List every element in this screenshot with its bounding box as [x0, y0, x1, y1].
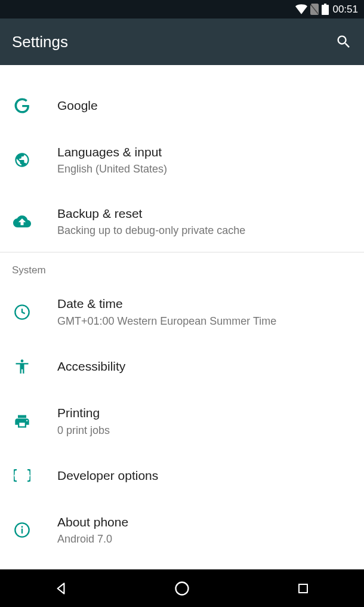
- settings-list: Google Languages & input English (United…: [0, 65, 364, 569]
- app-bar: Settings: [0, 19, 364, 65]
- printing-subtitle: 0 print jobs: [57, 424, 110, 437]
- back-button[interactable]: [53, 580, 69, 597]
- clock-icon: [13, 303, 31, 321]
- braces-icon: { }: [13, 467, 31, 485]
- datetime-title: Date & time: [57, 295, 276, 312]
- section-header-system: System: [0, 252, 364, 281]
- languages-subtitle: English (United States): [57, 162, 167, 176]
- google-title: Google: [57, 97, 98, 114]
- about-subtitle: Android 7.0: [57, 532, 128, 546]
- wifi-icon: [295, 4, 307, 14]
- search-button[interactable]: [335, 33, 352, 50]
- settings-item-backup[interactable]: Backup & reset Backing up to debug-only …: [0, 191, 364, 252]
- status-time: 00:51: [332, 4, 358, 16]
- settings-item-google[interactable]: Google: [0, 82, 364, 130]
- settings-item-about[interactable]: About phone Android 7.0: [0, 500, 364, 561]
- svg-rect-3: [21, 529, 23, 534]
- settings-item-datetime[interactable]: Date & time GMT+01:00 Western European S…: [0, 281, 364, 343]
- languages-title: Languages & input: [57, 144, 167, 161]
- google-icon: [13, 97, 31, 115]
- settings-item-accessibility[interactable]: Accessibility: [0, 343, 364, 390]
- navigation-bar: [0, 569, 364, 607]
- printer-icon: [13, 412, 31, 430]
- page-title: Settings: [12, 33, 68, 51]
- about-title: About phone: [57, 514, 128, 531]
- backup-icon: [13, 212, 31, 230]
- info-icon: [13, 521, 31, 539]
- accessibility-title: Accessibility: [57, 358, 125, 375]
- svg-text:{ }: { }: [14, 467, 30, 483]
- no-sim-icon: [310, 4, 319, 15]
- globe-icon: [13, 151, 31, 169]
- battery-icon: [322, 4, 329, 15]
- settings-item-developer[interactable]: { } Developer options: [0, 452, 364, 500]
- backup-title: Backup & reset: [57, 205, 245, 222]
- svg-point-4: [21, 526, 23, 528]
- svg-point-5: [175, 582, 188, 594]
- svg-rect-6: [299, 584, 307, 593]
- backup-subtitle: Backing up to debug-only private cache: [57, 224, 245, 238]
- settings-item-printing[interactable]: Printing 0 print jobs: [0, 390, 364, 452]
- developer-title: Developer options: [57, 467, 158, 484]
- settings-item-languages[interactable]: Languages & input English (United States…: [0, 130, 364, 191]
- accessibility-icon: [13, 358, 31, 375]
- home-button[interactable]: [174, 580, 190, 597]
- status-bar: 00:51: [0, 0, 364, 19]
- datetime-subtitle: GMT+01:00 Western European Summer Time: [57, 315, 276, 328]
- recents-button[interactable]: [295, 580, 311, 597]
- printing-title: Printing: [57, 405, 110, 421]
